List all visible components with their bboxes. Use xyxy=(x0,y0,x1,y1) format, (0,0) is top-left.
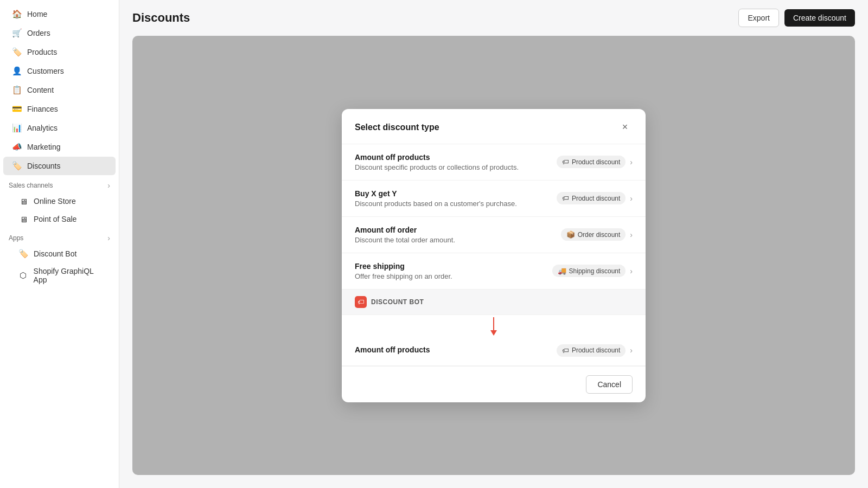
products-icon: 🏷️ xyxy=(12,47,22,57)
graphql-icon: ⬡ xyxy=(18,271,28,280)
online-store-icon: 🖥 xyxy=(18,196,28,206)
sidebar-label-analytics: Analytics xyxy=(27,124,58,132)
option-chevron-free-shipping: › xyxy=(630,267,633,275)
sales-channels-section: Sales channels › xyxy=(0,176,119,192)
sidebar-item-pos[interactable]: 🖥Point of Sale xyxy=(3,210,116,228)
sidebar-item-discount-bot[interactable]: 🏷️Discount Bot xyxy=(3,245,116,262)
option-desc-amount-off-products: Discount specific products or collection… xyxy=(355,163,519,171)
discount-option-amount-off-order[interactable]: Amount off order Discount the total orde… xyxy=(342,217,646,253)
option-badge-free-shipping: 🚚 Shipping discount xyxy=(552,265,626,277)
option-right-buy-x-get-y: 🏷 Product discount › xyxy=(557,192,633,204)
option-left-buy-x-get-y: Buy X get Y Discount products based on a… xyxy=(355,189,517,208)
red-arrow-container xyxy=(342,315,646,336)
discount-options-list: Amount off products Discount specific pr… xyxy=(342,144,646,290)
sidebar-item-marketing[interactable]: 📣Marketing xyxy=(3,138,116,156)
discount-bot-section-label: DISCOUNT BOT xyxy=(371,298,424,306)
option-title-free-shipping: Free shipping xyxy=(355,262,452,271)
badge-icon-amount-off-order: 📦 xyxy=(566,230,575,239)
export-button[interactable]: Export xyxy=(738,9,778,27)
option-desc-buy-x-get-y: Discount products based on a customer's … xyxy=(355,200,517,208)
discount-option-amount-off-products[interactable]: Amount off products Discount specific pr… xyxy=(342,144,646,181)
bot-option-title: Amount off products xyxy=(355,345,430,354)
sidebar: 🏠Home🛒Orders🏷️Products👤Customers📋Content… xyxy=(0,0,119,488)
option-right-amount-off-order: 📦 Order discount › xyxy=(561,228,633,241)
badge-label-free-shipping: Shipping discount xyxy=(569,267,621,275)
discount-bot-section-header: 🏷 DISCOUNT BOT xyxy=(342,290,646,315)
bot-option-right: 🏷 Product discount › xyxy=(557,344,633,357)
cancel-button[interactable]: Cancel xyxy=(586,375,633,394)
sidebar-item-finances[interactable]: 💳Finances xyxy=(3,100,116,118)
modal-body: Amount off products Discount specific pr… xyxy=(342,144,646,366)
apps-chevron: › xyxy=(107,234,110,242)
sidebar-item-products[interactable]: 🏷️Products xyxy=(3,43,116,61)
discount-option-buy-x-get-y[interactable]: Buy X get Y Discount products based on a… xyxy=(342,181,646,217)
option-badge-amount-off-products: 🏷 Product discount xyxy=(557,156,626,168)
discount-option-free-shipping[interactable]: Free shipping Offer free shipping on an … xyxy=(342,253,646,290)
sidebar-label-home: Home xyxy=(27,10,47,18)
content-area: % Select discount type × xyxy=(132,36,855,475)
discounts-icon: 🏷️ xyxy=(12,161,22,171)
sidebar-item-graphql[interactable]: ⬡Shopify GraphiQL App xyxy=(3,263,116,288)
bot-option-chevron: › xyxy=(630,346,633,355)
option-left-amount-off-order: Amount off order Discount the total orde… xyxy=(355,226,455,244)
discount-bot-icon: 🏷️ xyxy=(18,249,28,259)
arrow-head xyxy=(490,330,497,336)
bot-option-left: Amount off products xyxy=(355,345,430,356)
modal-overlay: Select discount type × Amount off produc… xyxy=(132,36,855,475)
option-badge-buy-x-get-y: 🏷 Product discount xyxy=(557,192,626,204)
sales-channels-label: Sales channels xyxy=(9,182,53,189)
sidebar-item-orders[interactable]: 🛒Orders xyxy=(3,24,116,42)
sidebar-label-customers: Customers xyxy=(27,67,64,75)
select-discount-modal: Select discount type × Amount off produc… xyxy=(342,109,646,402)
option-right-amount-off-products: 🏷 Product discount › xyxy=(557,156,633,168)
option-chevron-buy-x-get-y: › xyxy=(630,194,633,203)
arrow-line xyxy=(493,317,494,330)
badge-label-buy-x-get-y: Product discount xyxy=(572,195,620,202)
marketing-icon: 📣 xyxy=(12,142,22,152)
pos-icon: 🖥 xyxy=(18,214,28,224)
bot-badge-label: Product discount xyxy=(572,346,620,354)
bot-discount-option[interactable]: Amount off products 🏷 Product discount › xyxy=(342,336,646,366)
modal-close-button[interactable]: × xyxy=(617,120,633,135)
red-arrow xyxy=(490,317,497,336)
modal-header: Select discount type × xyxy=(342,109,646,144)
option-title-amount-off-products: Amount off products xyxy=(355,153,519,162)
option-desc-amount-off-order: Discount the total order amount. xyxy=(355,236,455,244)
option-badge-amount-off-order: 📦 Order discount xyxy=(561,228,626,241)
analytics-icon: 📊 xyxy=(12,123,22,133)
sales-channels-chevron: › xyxy=(107,181,110,190)
sidebar-label-discounts: Discounts xyxy=(27,162,60,170)
option-title-amount-off-order: Amount off order xyxy=(355,226,455,234)
sidebar-label-discount-bot: Discount Bot xyxy=(34,249,76,258)
page-title: Discounts xyxy=(132,11,190,25)
option-right-free-shipping: 🚚 Shipping discount › xyxy=(552,265,633,277)
option-desc-free-shipping: Offer free shipping on an order. xyxy=(355,272,452,280)
apps-section: Apps › xyxy=(0,228,119,245)
bot-badge-icon: 🏷 xyxy=(562,346,569,355)
top-bar: Discounts Export Create discount xyxy=(119,0,868,36)
sidebar-item-analytics[interactable]: 📊Analytics xyxy=(3,119,116,137)
badge-icon-amount-off-products: 🏷 xyxy=(562,158,569,166)
home-icon: 🏠 xyxy=(12,9,22,19)
sidebar-label-content: Content xyxy=(27,86,54,94)
sidebar-item-content[interactable]: 📋Content xyxy=(3,81,116,99)
sidebar-item-online-store[interactable]: 🖥Online Store xyxy=(3,192,116,210)
main-content: Discounts Export Create discount % xyxy=(119,0,868,488)
modal-footer: Cancel xyxy=(342,366,646,402)
option-chevron-amount-off-products: › xyxy=(630,158,633,166)
sidebar-label-online-store: Online Store xyxy=(34,197,76,206)
sidebar-label-finances: Finances xyxy=(27,105,58,113)
sidebar-item-discounts[interactable]: 🏷️Discounts xyxy=(3,157,116,175)
sidebar-item-home[interactable]: 🏠Home xyxy=(3,5,116,23)
top-bar-actions: Export Create discount xyxy=(738,9,855,27)
customers-icon: 👤 xyxy=(12,66,22,76)
sidebar-item-customers[interactable]: 👤Customers xyxy=(3,62,116,80)
option-left-amount-off-products: Amount off products Discount specific pr… xyxy=(355,153,519,171)
option-title-buy-x-get-y: Buy X get Y xyxy=(355,189,517,198)
create-discount-button[interactable]: Create discount xyxy=(784,9,855,27)
sidebar-label-pos: Point of Sale xyxy=(34,215,76,223)
sidebar-label-orders: Orders xyxy=(27,29,50,37)
content-icon: 📋 xyxy=(12,85,22,95)
bot-option-badge: 🏷 Product discount xyxy=(557,344,626,357)
badge-label-amount-off-order: Order discount xyxy=(578,231,621,239)
